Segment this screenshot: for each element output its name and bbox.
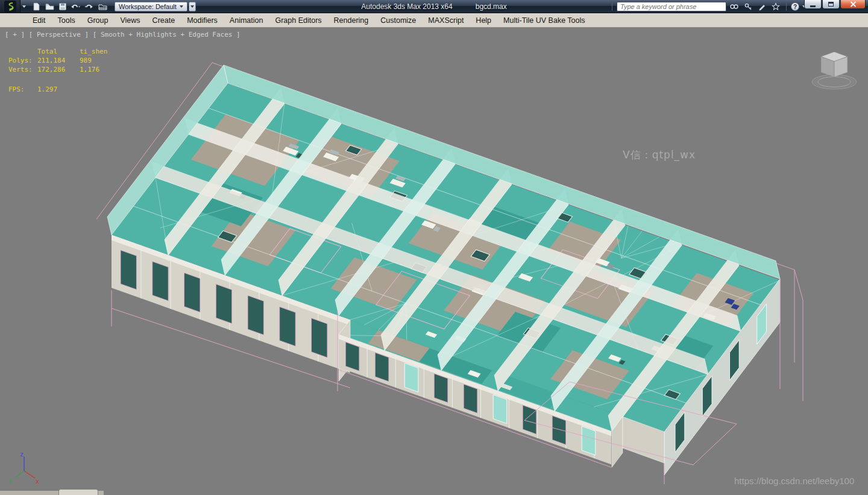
stats-fps-label: FPS: [8, 85, 37, 94]
watermark-center: V信：qtpl_wx [623, 148, 696, 162]
new-file-icon[interactable] [30, 1, 42, 12]
viewport-label[interactable]: [ + ] [ Perspective ] [ Smooth + Highlig… [5, 31, 241, 39]
menu-tools[interactable]: Tools [52, 13, 81, 28]
divider [612, 2, 612, 11]
file-title: bgcd.max [476, 2, 507, 11]
stats-fps-value: 1.297 [37, 85, 80, 94]
menu-bar: Edit Tools Group Views Create Modifiers … [0, 13, 868, 28]
project-folder-icon[interactable] [96, 1, 108, 12]
3dsmax-logo-icon [4, 1, 16, 13]
title-bar: Workspace: Default Autodesk 3ds Max 2013… [0, 0, 868, 13]
stats-verts-total: 172,286 [37, 65, 80, 74]
menu-edit[interactable]: Edit [27, 13, 52, 28]
minimize-icon [810, 5, 816, 7]
help-icon: ? [791, 2, 799, 11]
workspace-menu-button[interactable] [189, 2, 196, 11]
save-icon[interactable] [57, 1, 69, 12]
menu-maxscript[interactable]: MAXScript [422, 13, 470, 28]
search-input[interactable] [620, 3, 723, 10]
key-icon[interactable] [742, 1, 754, 12]
menu-graph-editors[interactable]: Graph Editors [269, 13, 327, 28]
search-icon[interactable] [728, 1, 740, 12]
stats-polys-label: Polys: [8, 56, 37, 65]
maximize-button[interactable] [822, 0, 840, 9]
workspace-selector[interactable]: Workspace: Default [115, 2, 187, 11]
stats-verts-label: Verts: [8, 65, 37, 74]
workspace-label: Workspace: Default [119, 3, 177, 10]
application-menu-button[interactable] [0, 0, 20, 13]
viewcube[interactable] [812, 52, 857, 89]
menu-rendering[interactable]: Rendering [328, 13, 375, 28]
menu-group[interactable]: Group [81, 13, 115, 28]
open-file-icon[interactable] [43, 1, 55, 12]
close-icon [850, 1, 857, 7]
axis-x-label: x [36, 478, 39, 485]
chevron-down-icon [180, 5, 183, 8]
stats-polys-sel: 989 [80, 56, 107, 65]
chevron-down-icon [190, 5, 194, 8]
stats-col-total: Total [37, 47, 80, 56]
undo-icon[interactable] [70, 1, 82, 12]
redo-icon[interactable] [83, 1, 95, 12]
stats-col-selection: ti_shen [80, 47, 107, 56]
menu-create[interactable]: Create [146, 13, 181, 28]
menu-help[interactable]: Help [470, 13, 497, 28]
watermark-bottom: https://blog.csdn.net/leeby100 [734, 476, 854, 486]
timeline-tab[interactable] [58, 489, 98, 495]
menu-views[interactable]: Views [114, 13, 146, 28]
menu-modifiers[interactable]: Modifiers [181, 13, 224, 28]
world-axis-tripod: z x y [8, 451, 39, 485]
maximize-icon [828, 2, 834, 7]
stats-verts-sel: 1,176 [80, 65, 107, 74]
stats-polys-total: 211,184 [37, 56, 80, 65]
viewport-canvas[interactable]: z x y [0, 28, 868, 495]
minimize-button[interactable] [804, 0, 822, 9]
app-menu-caret-icon[interactable] [22, 5, 26, 8]
viewport-statistics: Totalti_shen Polys:211,184989 Verts:172,… [8, 47, 107, 94]
menu-customize[interactable]: Customize [374, 13, 422, 28]
close-button[interactable] [840, 0, 866, 9]
perspective-viewport[interactable]: [ + ] [ Perspective ] [ Smooth + Highlig… [0, 28, 868, 495]
axis-z-label: z [20, 451, 24, 458]
menu-multitile-uv-bake-tools[interactable]: Multi-Tile UV Bake Tools [497, 13, 591, 28]
axis-y-label: y [8, 477, 12, 484]
quick-access-toolbar [28, 1, 111, 12]
menu-animation[interactable]: Animation [224, 13, 269, 28]
window-controls [804, 0, 866, 9]
app-title: Autodesk 3ds Max 2013 x64 [361, 2, 452, 11]
infocenter-search[interactable] [617, 2, 726, 11]
pen-icon[interactable] [756, 1, 768, 12]
star-icon[interactable] [770, 1, 782, 12]
divider [786, 2, 787, 11]
